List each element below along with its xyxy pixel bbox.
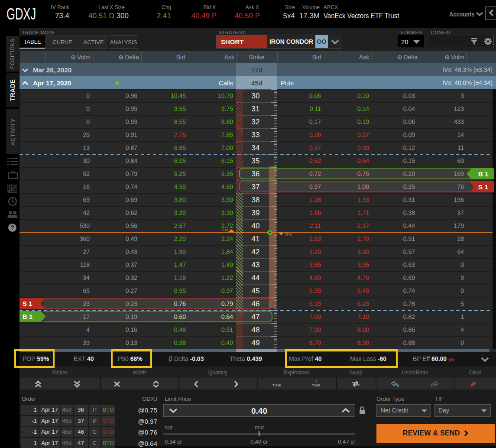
- svg-text:B 1: B 1: [478, 170, 488, 178]
- svg-text:S 1: S 1: [23, 300, 32, 307]
- svg-text:B 1: B 1: [23, 313, 32, 320]
- svg-text:S 1: S 1: [478, 183, 488, 191]
